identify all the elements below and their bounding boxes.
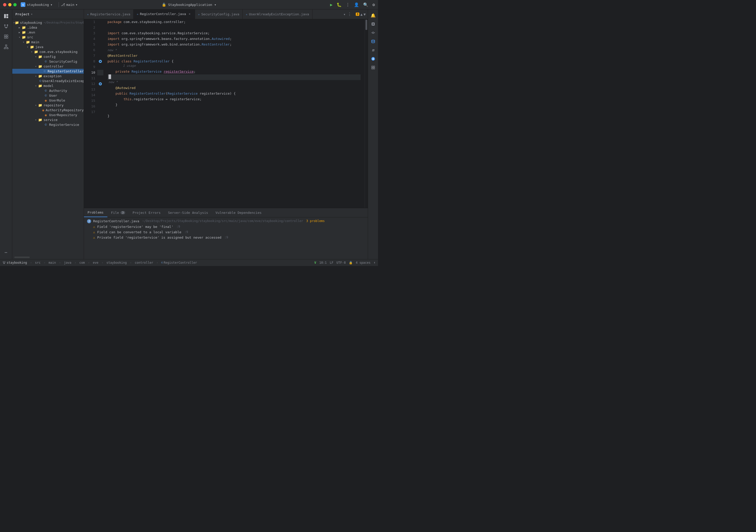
tab-user-exception[interactable]: ☕ UserAlreadyExistException.java [243,10,312,19]
breadcrumb-staybooking[interactable]: staybooking [106,261,127,265]
tree-item-idea[interactable]: ▶ 📁 .idea [12,25,84,30]
right-run[interactable] [369,20,377,28]
cursor-position[interactable]: 10:1 [319,261,327,265]
breadcrumb-controller[interactable]: controller [135,261,153,265]
close-button[interactable] [3,3,6,6]
more-icon[interactable]: ⋮ [346,2,350,7]
run-icon[interactable]: ▶ [330,2,333,7]
scrollbar-thumb[interactable] [365,20,367,30]
line-numbers: 1 2 3 4 5 6 7 8 9 10 11 12 13 [84,19,97,208]
right-database[interactable] [369,38,377,45]
project-dropdown[interactable]: ▾ [31,13,33,16]
right-extensions[interactable] [369,64,377,71]
tree-item-src[interactable]: ▾ 📁 src [12,35,84,39]
tree-item-exception-class[interactable]: © UserAlreadyExistException [12,79,84,83]
right-m-letter[interactable]: m [369,46,377,54]
tree-item-main[interactable]: ▾ 📁 main [12,39,84,44]
tab-security-config[interactable]: ☕ SecurityConfig.java [195,10,243,19]
tree-item-user[interactable]: © User [12,93,84,98]
breadcrumb-java[interactable]: java [64,261,71,265]
java-breadcrumb-icon: © [161,261,163,264]
svg-point-34 [5,262,5,262]
code-line-1: package com.eve.staybooking.controller; [107,19,361,25]
tree-item-controller[interactable]: ▾ 📁 controller [12,64,84,69]
tree-item-authority[interactable]: © Authority [12,88,84,93]
tree-item-register-controller[interactable]: © RegisterController [12,69,84,74]
panel-tab-problems[interactable]: Problems [84,208,107,217]
sidebar-header: Project ▾ [12,10,84,19]
expand-warnings[interactable]: ▲ [360,12,363,16]
code-line-11: @Autowired [107,85,361,91]
activity-vcs[interactable] [2,22,11,31]
project-selector[interactable]: s staybooking ▾ [21,2,52,7]
breadcrumb-src[interactable]: src [35,261,41,265]
tab-register-controller[interactable]: ☕ RegisterController.java ✕ [134,10,195,19]
sidebar-scrollbar[interactable] [14,257,30,258]
right-notifications[interactable]: 🔔 [369,12,377,19]
problem-item-3[interactable]: ⚠ Private field 'registerService' is ass… [84,235,368,240]
tab-settings-button[interactable]: ⋮ [348,12,352,17]
tree-item-security-config[interactable]: © SecurityConfig [12,59,84,64]
tree-item-config[interactable]: ▾ 📁 config [12,54,84,59]
right-commit[interactable] [369,29,377,37]
tab-close-button[interactable]: ✕ [188,12,192,16]
breadcrumb-eve[interactable]: eve [93,261,98,265]
svg-rect-0 [4,14,6,18]
breadcrumb-com[interactable]: com [79,261,85,265]
activity-structure[interactable] [2,42,11,51]
tab-register-service[interactable]: ☕ RegisterService.java [84,10,134,19]
tab-label: Problems [88,211,104,214]
tree-item-mvn[interactable]: ▶ 📁 .mvn [12,30,84,35]
search-icon[interactable]: 🔍 [363,2,368,7]
tree-item-package[interactable]: ▾ 📁 com.eve.staybooking [12,49,84,54]
collapse-warnings[interactable]: ▼ [364,12,366,16]
tree-item-user-repo[interactable]: ◉ UserRepository [12,113,84,117]
interface-icon: ◉ [42,108,45,112]
activity-more[interactable]: ⋯ [2,248,11,257]
run-gutter-12[interactable] [97,81,103,87]
run-gutter-8[interactable] [97,59,103,64]
tree-item-user-role[interactable]: ◉ UserRole [12,98,84,103]
tree-item-model[interactable]: ▾ 📁 model [12,83,84,88]
expand-arrow: ▾ [34,65,38,68]
breadcrumb-main[interactable]: main [49,261,56,265]
tree-item-exception[interactable]: ▾ 📁 exception [12,74,84,79]
code-line-6: new * [107,47,361,53]
branch-selector[interactable]: ⎇ main ▾ [61,3,78,7]
maximize-button[interactable] [13,3,17,6]
debug-icon[interactable]: 🐛 [337,2,342,7]
upload-icon[interactable]: ⬆ [374,261,375,265]
activity-project[interactable] [2,12,11,21]
problem-item-1[interactable]: ⚠ Field 'registerService' may be 'final'… [84,224,368,229]
account-icon[interactable]: 👤 [354,2,359,7]
line-ending[interactable]: LF [330,261,333,265]
code-area[interactable]: package com.eve.staybooking.controller; … [103,19,365,208]
panel-tab-server-side[interactable]: Server-Side Analysis [165,208,212,217]
tree-item-authority-repo[interactable]: ◉ AuthorityRepository [12,108,84,113]
problem-file-header[interactable]: J RegisterController.java ~/Desktop/Proj… [84,218,368,224]
code-line-9: private RegisterService registerService; [107,69,361,74]
tab-list-button[interactable]: ▾ [343,12,345,16]
breadcrumb-active[interactable]: © RegisterController [161,261,197,265]
tree-item-repository[interactable]: ▾ 📁 repository [12,103,84,108]
breadcrumb-sep: › [30,261,32,265]
encoding[interactable]: UTF-8 [337,261,346,265]
indent[interactable]: 4 spaces [356,261,370,265]
expand-arrow: ▾ [34,55,38,58]
editor-scrollbar[interactable] [365,19,368,208]
panel-tab-project-errors[interactable]: Project Errors [129,208,165,217]
tree-item-service[interactable]: ▾ 📁 service [12,117,84,122]
activity-plugins[interactable] [2,32,11,41]
settings-icon[interactable]: ⚙ [372,2,375,7]
right-ai-icon[interactable]: A [369,55,377,63]
panel-tab-vulnerable[interactable]: Vulnerable Dependencies [212,208,265,217]
tree-item-java[interactable]: ▾ 📁 java [12,44,84,49]
branch-name: main [66,3,74,7]
status-branch-item[interactable]: staybooking [3,261,27,265]
tree-item-register-service[interactable]: © RegisterService [12,122,84,127]
panel-tab-file[interactable]: File 3 [107,208,129,217]
code-line-3: import com.eve.staybooking.service.Regis… [107,31,361,36]
minimize-button[interactable] [8,3,12,6]
problem-item-2[interactable]: ⚠ Field can be converted to a local vari… [84,229,368,235]
tree-item-staybooking[interactable]: ▾ 📁 staybooking ~/Desktop/Projects/StayB… [12,20,84,25]
